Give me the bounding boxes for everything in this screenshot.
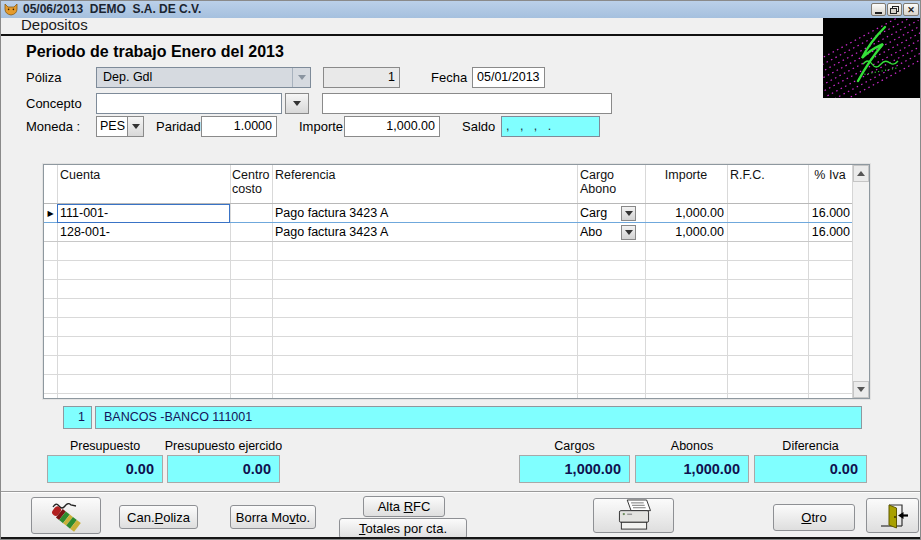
otro-label: Otro xyxy=(801,510,826,525)
moneda-combobox[interactable]: PES xyxy=(96,116,128,137)
foxpro-icon xyxy=(4,3,18,16)
screen-title: Depositos xyxy=(21,16,88,33)
saldo-field[interactable]: , , , . xyxy=(501,116,600,137)
col-header-importe: Importe xyxy=(645,165,727,182)
scrollbar-down-button[interactable] xyxy=(853,381,869,398)
cell-centro-costo[interactable] xyxy=(230,223,272,242)
cell-cargo-abono[interactable]: Abo xyxy=(577,223,645,242)
cell-iva[interactable]: 16.000 xyxy=(808,223,852,242)
grid-row: ▶ 111-001- Pago factura 3423 A Carg 1,00… xyxy=(44,204,852,223)
period-title: Periodo de trabajo Enero del 2013 xyxy=(26,43,284,61)
dropdown-arrow-icon xyxy=(132,124,140,129)
presupuesto-label: Presupuesto xyxy=(47,439,163,453)
col-header-cargo-abono: Cargo Abono xyxy=(580,165,616,196)
diferencia-label: Diferencia xyxy=(754,439,867,453)
fecha-label: Fecha xyxy=(431,68,467,88)
fecha-field[interactable]: 05/01/2013 xyxy=(472,67,545,88)
vendor-logo xyxy=(823,18,921,98)
borra-movto-label: Borra Movto. xyxy=(236,510,310,525)
close-icon: ✕ xyxy=(907,5,915,15)
cell-iva[interactable]: 16.000 xyxy=(808,204,852,223)
col-header-rfc: R.F.C. xyxy=(730,165,765,182)
col-header-referencia: Referencia xyxy=(275,165,335,182)
dropdown-arrow-icon xyxy=(625,211,633,216)
moneda-dropdown-button[interactable] xyxy=(127,116,144,137)
app-window: 05/06/2013 DEMO S.A. DE C.V. ✕ Depositos… xyxy=(0,0,921,540)
cell-referencia[interactable]: Pago factura 3423 A xyxy=(272,204,577,223)
poliza-dropdown-arrow-icon[interactable] xyxy=(292,68,310,87)
borra-movto-button[interactable]: Borra Movto. xyxy=(230,505,316,529)
grid-vertical-scrollbar[interactable] xyxy=(852,165,869,398)
cargo-abono-dropdown-button[interactable] xyxy=(621,206,636,221)
account-number-field: 1 xyxy=(63,406,92,429)
header-divider xyxy=(1,34,823,36)
col-header-centro-line1: Centro xyxy=(232,168,270,182)
close-button[interactable]: ✕ xyxy=(903,3,919,16)
cell-referencia[interactable]: Pago factura 3423 A xyxy=(272,223,577,242)
scroll-up-icon xyxy=(857,171,865,176)
totales-por-cta-label: Totales por cta. xyxy=(359,521,447,536)
cargo-abono-dropdown-button[interactable] xyxy=(621,225,636,240)
cell-cuenta[interactable]: 111-001- xyxy=(57,204,230,223)
col-header-centro-line2: costo xyxy=(232,182,270,196)
cancel-poliza-label: Can.Poliza xyxy=(127,510,190,525)
restore-icon xyxy=(890,6,899,14)
scroll-down-icon xyxy=(857,387,865,392)
account-name-field: BANCOS -BANCO 111001 xyxy=(95,406,862,429)
buttonbar-divider xyxy=(1,491,921,492)
cell-importe[interactable]: 1,000.00 xyxy=(645,204,727,223)
concepto-text-field[interactable] xyxy=(322,93,612,114)
dropdown-arrow-icon xyxy=(625,230,633,235)
cell-rfc[interactable] xyxy=(727,223,808,242)
importe-field[interactable]: 1,000.00 xyxy=(344,116,440,137)
cell-cuenta[interactable]: 128-001- xyxy=(57,223,230,242)
poliza-label: Póliza xyxy=(26,68,61,88)
presupuesto-ejercido-value: 0.00 xyxy=(167,455,280,483)
totales-por-cta-button[interactable]: Totales por cta. xyxy=(339,518,467,539)
concepto-label: Concepto xyxy=(26,94,82,114)
presupuesto-value: 0.00 xyxy=(47,455,163,483)
cell-rfc[interactable] xyxy=(727,204,808,223)
paridad-field[interactable]: 1.0000 xyxy=(201,116,277,137)
alta-rfc-button[interactable]: Alta RFC xyxy=(363,496,445,517)
cancel-poliza-button[interactable]: Can.Poliza xyxy=(119,505,198,529)
cargos-value: 1,000.00 xyxy=(519,455,630,483)
col-header-cuenta: Cuenta xyxy=(60,165,100,182)
cargo-abono-value: Carg xyxy=(580,206,607,220)
col-header-iva: % Iva xyxy=(810,165,850,182)
exit-button[interactable] xyxy=(866,498,919,533)
cargo-abono-value: Abo xyxy=(580,225,602,239)
cargos-label: Cargos xyxy=(519,439,630,453)
minimize-icon xyxy=(875,12,882,14)
grid-empty-rows xyxy=(44,242,852,398)
poliza-value: Dep. Gdl xyxy=(103,70,152,84)
concepto-dropdown-button[interactable] xyxy=(285,93,309,114)
poliza-combobox[interactable]: Dep. Gdl xyxy=(96,67,311,88)
scrollbar-up-button[interactable] xyxy=(853,165,869,182)
minimize-button[interactable] xyxy=(871,3,886,16)
presupuesto-ejercido-label: Presupuesto ejercido xyxy=(151,439,296,453)
printer-icon xyxy=(611,499,657,532)
titlebar: 05/06/2013 DEMO S.A. DE C.V. ✕ xyxy=(1,1,921,18)
window-title: 05/06/2013 DEMO S.A. DE C.V. xyxy=(23,2,201,16)
cell-cargo-abono[interactable]: Carg xyxy=(577,204,645,223)
diferencia-value: 0.00 xyxy=(754,455,867,483)
dropdown-arrow-icon xyxy=(293,101,301,106)
cell-centro-costo[interactable] xyxy=(230,204,272,223)
abonos-label: Abonos xyxy=(635,439,749,453)
exit-door-icon xyxy=(877,502,909,530)
cell-importe[interactable]: 1,000.00 xyxy=(645,223,727,242)
col-header-cargo-line2: Abono xyxy=(580,182,616,196)
moneda-label: Moneda : xyxy=(26,117,80,137)
otro-button[interactable]: Otro xyxy=(773,504,855,531)
restore-button[interactable] xyxy=(887,3,902,16)
grid-row: 128-001- Pago factura 3423 A Abo 1,000.0… xyxy=(44,223,852,242)
poliza-number-field[interactable]: 1 xyxy=(323,67,400,88)
concepto-combobox[interactable] xyxy=(96,93,282,114)
print-button[interactable] xyxy=(593,498,674,533)
record-pointer-icon: ▶ xyxy=(44,204,57,223)
eraser-crayon-icon xyxy=(43,500,89,532)
alta-rfc-label: Alta RFC xyxy=(378,499,431,514)
movements-grid: Cuenta Centro costo Referencia Cargo Abo… xyxy=(43,164,870,399)
erase-button[interactable] xyxy=(31,497,101,534)
